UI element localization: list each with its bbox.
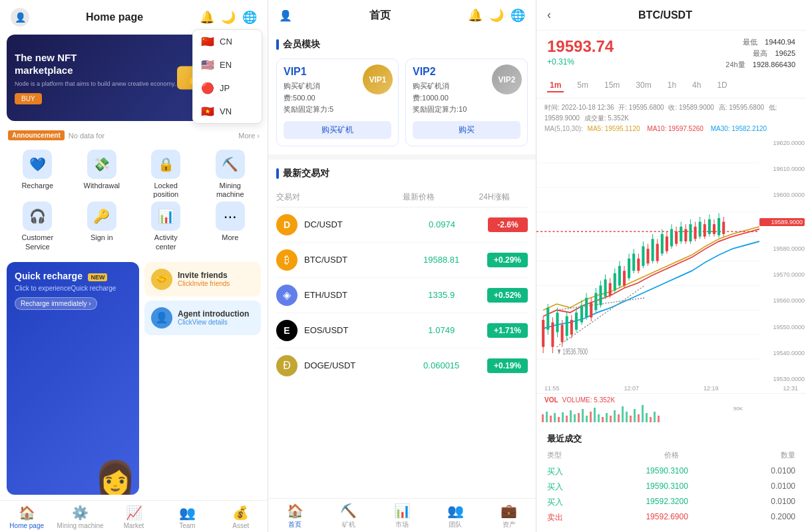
more-label: More [222,233,238,242]
tab-15m[interactable]: 15m [602,79,622,92]
p2-nav-market[interactable]: 📊 市场 [375,503,429,529]
mining-nav-label: Mining machine [57,522,104,529]
p2-nav-home[interactable]: 🏠 首页 [268,503,321,529]
lang-cn[interactable]: 🇨🇳CN [193,30,262,53]
tab-5m[interactable]: 5m [574,79,591,92]
p2-moon-icon[interactable]: 🌙 [489,8,504,23]
btc-coin-name: BTC/USDT [304,255,395,265]
action-customer-service[interactable]: 🎧 CustomerService [7,201,69,251]
svg-rect-117 [646,413,648,422]
price-stats: 最低 19440.94 最高 19625 24h量 1928.866430 [725,37,795,70]
header-icons: 🔔 🌙 🌐 [200,10,257,25]
p2-globe-icon[interactable]: 🌐 [510,8,525,23]
price-level-2: 19610.0000 [759,166,805,172]
action-activity-center[interactable]: 📊 Activitycenter [135,201,197,251]
trading-row-eth[interactable]: ◈ ETH/USDT 1335.9 +0.52% [276,278,528,313]
p2-nav-team[interactable]: 👥 团队 [429,503,482,529]
user-avatar-icon[interactable]: 👤 [11,8,29,27]
trading-row-dc[interactable]: D DC/USDT 0.0974 -2.6% [276,207,528,243]
lang-vn[interactable]: 🇻🇳VN [193,100,262,123]
vip-header: 会员模块 [276,39,528,51]
p2-user-icon[interactable]: 👤 [279,9,292,22]
col-pair: 交易对 [276,192,377,203]
dc-coin-change: -2.6% [488,217,528,232]
action-more[interactable]: ··· More [200,201,262,251]
price-level-1: 19620.0000 [759,140,805,146]
panel2-shouye: 👤 首页 🔔 🌙 🌐 会员模块 VIP1 购买矿机消 费:500.00 奖励固定… [268,0,536,532]
cn-flag: 🇨🇳 [201,35,214,48]
trade-col-type: 类型 [547,450,562,460]
p2-asset-icon: 💼 [501,503,517,519]
p2-market-icon: 📊 [394,503,411,519]
back-button[interactable]: ‹ [547,8,551,22]
price-level-5: 19570.0000 [759,271,805,278]
svg-rect-106 [602,417,604,422]
svg-rect-105 [598,414,600,422]
eth-coin-price: 1335.9 [395,290,487,300]
svg-rect-103 [590,412,592,422]
vip1-badge: VIP1 [363,65,393,94]
doge-coin-icon: Ð [276,355,298,376]
globe-icon[interactable]: 🌐 [242,10,257,25]
p2-bell-icon[interactable]: 🔔 [468,8,483,23]
p2-nav-mining[interactable]: ⛏️ 矿机 [321,503,375,529]
svg-rect-91 [542,414,544,422]
invite-subtitle[interactable]: ClickInvite friends [178,280,230,287]
invite-friends-card[interactable]: 🤝 Invite friends ClickInvite friends [144,262,261,297]
nav-mining[interactable]: ⚙️ Mining machine [53,505,106,529]
announcement-more[interactable]: More › [238,132,260,140]
p2-team-icon: 👥 [447,503,464,519]
panel1-title: Home page [86,11,143,23]
new-badge: NEW [88,273,107,281]
tab-4h[interactable]: 4h [690,79,704,92]
action-mining-machine[interactable]: ⛏️ Miningmachine [200,150,262,199]
recharge-immediately-button[interactable]: Recharge immediately › [15,297,97,310]
trade-col-qty: 数量 [781,450,795,460]
doge-coin-change: +0.19% [487,358,528,373]
trading-row-btc[interactable]: ₿ BTC/USDT 19588.81 +0.29% [276,243,528,278]
panel3-header: ‹ BTC/USDT [536,0,806,31]
vip2-buy-button[interactable]: 购买 [413,121,520,139]
panel2-title: 首页 [369,9,391,23]
action-locked-position[interactable]: 🔒 Lockedposition [135,150,197,199]
tab-1m[interactable]: 1m [547,79,564,92]
svg-rect-116 [642,405,644,422]
trading-row-eos[interactable]: E EOS/USDT 1.0749 +1.71% [276,313,528,348]
time-tabs: 1m 5m 15m 30m 1h 4h 1D [536,74,806,98]
nav-asset[interactable]: 💰 Asset [214,505,268,529]
trade-col-price: 价格 [664,450,679,460]
agent-intro-card[interactable]: 👤 Agent introduction ClickView details [144,301,261,335]
agent-text: Agent introduction ClickView details [178,309,249,326]
eos-coin-price: 1.0749 [395,325,487,335]
svg-rect-94 [554,413,556,422]
p2-nav-asset[interactable]: 💼 资产 [483,503,536,529]
nav-team[interactable]: 👥 Team [160,505,214,529]
nav-market[interactable]: 📈 Market [107,505,160,529]
customer-service-icon: 🎧 [23,201,52,231]
tab-1d[interactable]: 1D [714,79,729,92]
trade-row-4: 卖出 19592.6900 0.2000 [547,510,795,525]
svg-rect-98 [570,410,572,422]
doge-coin-name: DOGE/USDT [304,360,395,370]
eos-coin-change: +1.71% [487,323,528,338]
vip-bar-deco [276,39,279,50]
vip1-badge-image: VIP1 [363,65,393,94]
svg-rect-102 [586,416,588,422]
action-withdrawal[interactable]: 💸 Withdrawal [71,150,133,199]
customer-service-label: CustomerService [21,233,53,251]
banner-buy-button[interactable]: BUY [15,93,42,104]
announcement-bar: Announcement No data for More › [0,126,268,144]
tab-1h[interactable]: 1h [665,79,679,92]
agent-subtitle[interactable]: ClickView details [178,319,249,326]
lang-jp[interactable]: 🔴JP [193,76,262,100]
bell-icon[interactable]: 🔔 [200,10,214,25]
trading-row-doge[interactable]: Ð DOGE/USDT 0.060015 +0.19% [276,348,528,383]
tab-30m[interactable]: 30m [633,79,654,92]
action-recharge[interactable]: 💙 Recharge [7,150,69,199]
nav-home[interactable]: 🏠 Home page [0,505,53,529]
svg-rect-118 [650,417,652,422]
lang-en[interactable]: 🇺🇸EN [193,53,262,76]
moon-icon[interactable]: 🌙 [221,10,236,25]
vip1-buy-button[interactable]: 购买矿机 [284,121,391,139]
action-sign-in[interactable]: 🔑 Sign in [71,201,133,251]
